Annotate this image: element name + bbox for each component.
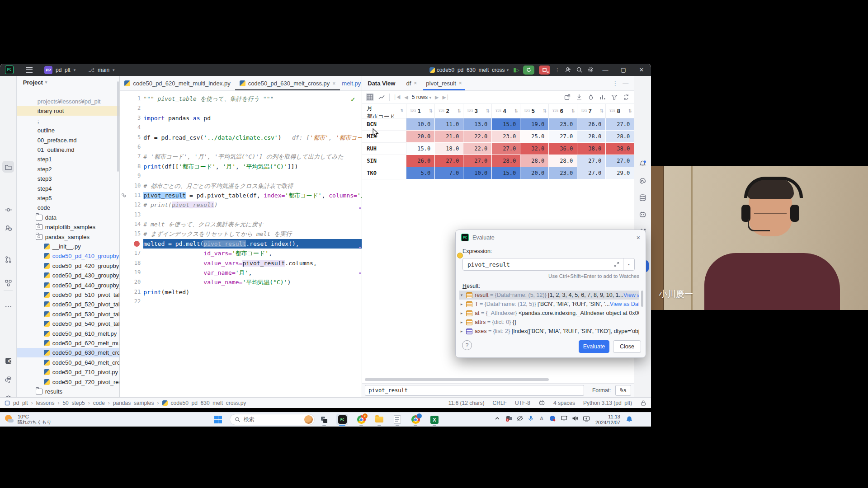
close-button[interactable]: Close: [613, 340, 641, 353]
tray-chevron-up-icon[interactable]: [494, 415, 501, 422]
tree-item-code[interactable]: code: [17, 203, 119, 212]
tray-app-sphere-icon[interactable]: [549, 415, 556, 422]
taskbar-app-task-view[interactable]: [318, 414, 330, 425]
branch-name[interactable]: main: [98, 67, 109, 73]
sort-icon[interactable]: ⇅: [571, 108, 575, 113]
status-item[interactable]: UTF-8: [515, 400, 530, 406]
bar-chart-icon[interactable]: [599, 93, 607, 101]
sort-icon[interactable]: ⇅: [543, 108, 547, 113]
result-tree-row-result[interactable]: ▾result = {DataFrame: (5, 12)} [1, 2, 3,…: [459, 291, 639, 300]
weather-widget[interactable]: 10°C 晴れのちくもり: [5, 414, 52, 425]
breadcrumb-item[interactable]: lessons: [36, 400, 55, 406]
transpose-refresh-icon[interactable]: [622, 93, 630, 101]
column-header-4[interactable]: 1234⇅: [492, 104, 520, 118]
help-button[interactable]: ?: [462, 340, 472, 350]
table-row-BCN[interactable]: BCN10.011.013.015.019.023.026.027.0: [362, 118, 634, 131]
table-row-RUH[interactable]: RUH15.018.022.027.032.036.038.038.0: [362, 143, 634, 155]
notification-bell-icon[interactable]: [626, 416, 633, 423]
column-header-7[interactable]: 1237⇅: [577, 104, 606, 118]
sort-icon[interactable]: ⇅: [458, 108, 461, 113]
tree-item-code50_pd_630_melt_cross.py[interactable]: code50_pd_630_melt_cross.py: [17, 348, 119, 357]
status-item[interactable]: CRLF: [493, 400, 507, 406]
tree-item-step5[interactable]: step5: [17, 193, 119, 203]
table-cell[interactable]: 20.0: [406, 131, 435, 143]
search-box[interactable]: 検索: [230, 414, 315, 425]
taskbar-app-notepad[interactable]: [392, 414, 403, 425]
export-download-icon[interactable]: [575, 93, 583, 101]
tree-item-step3[interactable]: step3: [17, 174, 119, 183]
tree-item-code50_pd_410_groupby.py[interactable]: code50_pd_410_groupby.py: [17, 251, 119, 261]
table-cell[interactable]: 23.0: [549, 118, 577, 131]
table-cell[interactable]: 27.0: [463, 155, 492, 167]
database-icon[interactable]: [638, 193, 647, 202]
breadcrumb-item[interactable]: code: [93, 400, 105, 406]
tree-item-matplotlib_samples[interactable]: matplotlib_samples: [17, 222, 119, 232]
project-name[interactable]: pd_plt: [56, 67, 71, 73]
table-cell[interactable]: 18.0: [435, 143, 463, 155]
tree-item-code50_pd_430_groupby_multi_index[interactable]: code50_pd_430_groupby_multi_index: [17, 271, 119, 280]
ai-chat-icon[interactable]: [638, 210, 647, 219]
tree-item-code50_pd_530_pivot_table_cross.py[interactable]: code50_pd_530_pivot_table_cross.py: [17, 310, 119, 319]
minimize-button[interactable]: —: [599, 66, 612, 73]
project-badge[interactable]: PP: [44, 66, 52, 74]
chevron-down-icon[interactable]: ▾: [459, 293, 464, 297]
tree-item-code50_pd_420_groupby_multi.py[interactable]: code50_pd_420_groupby_multi.py: [17, 261, 119, 271]
learn-icon[interactable]: ?: [4, 223, 13, 232]
close-button[interactable]: ✕: [635, 66, 648, 73]
inspections-ok-icon[interactable]: ✓: [350, 96, 355, 103]
sort-icon[interactable]: ⇅: [486, 108, 490, 113]
lock-icon[interactable]: [640, 400, 646, 406]
table-cell[interactable]: 29.0: [606, 167, 634, 179]
table-cell[interactable]: 28.0: [577, 131, 606, 143]
first-page-icon[interactable]: ⏐◀: [393, 94, 401, 100]
taskbar-app-chrome-b[interactable]: [410, 414, 421, 425]
sort-icon[interactable]: ⇅: [429, 108, 433, 113]
tree-item-code50_pd_520_pivot_table_multi[interactable]: code50_pd_520_pivot_table_multi: [17, 300, 119, 309]
table-cell[interactable]: 27.0: [492, 143, 520, 155]
table-cell[interactable]: 27.0: [606, 155, 634, 167]
excel-viewer-icon[interactable]: X: [4, 356, 13, 365]
table-cell[interactable]: 22.0: [463, 143, 492, 155]
table-cell[interactable]: 20.0: [520, 167, 549, 179]
tree-item-step2[interactable]: step2: [17, 164, 119, 174]
table-cell[interactable]: 32.0: [520, 143, 549, 155]
chart-view-icon[interactable]: [377, 93, 386, 101]
table-cell[interactable]: 27.0: [577, 167, 606, 179]
data-view-tab-df[interactable]: df×: [401, 76, 421, 90]
breadcrumb-item[interactable]: pd_plt: [13, 400, 28, 406]
tree-item-step4[interactable]: step4: [17, 184, 119, 193]
debug-resume-icon[interactable]: ▮▷: [513, 67, 519, 73]
open-in-new-icon[interactable]: [563, 93, 571, 101]
tree-item-code50_pd_610_melt.py[interactable]: code50_pd_610_melt.py: [17, 329, 119, 338]
table-cell[interactable]: 26.0: [406, 155, 435, 167]
color-heatmap-icon[interactable]: [587, 93, 595, 101]
chevron-right-icon[interactable]: ▸: [459, 329, 464, 333]
column-header-8[interactable]: 1238⇅: [606, 104, 634, 118]
table-view-icon[interactable]: [366, 93, 374, 101]
data-view-tab-pivot_result[interactable]: pivot_result×: [421, 76, 467, 90]
ai-assistant-status-icon[interactable]: [538, 399, 545, 406]
status-item[interactable]: 11:6 (12 chars): [448, 400, 485, 406]
taskbar-app-excel[interactable]: X: [429, 414, 440, 425]
rerun-button[interactable]: [523, 66, 534, 75]
table-cell[interactable]: 28.0: [606, 131, 634, 143]
tab-close-icon[interactable]: ×: [459, 80, 462, 86]
taskbar-app-explorer[interactable]: [373, 414, 385, 425]
tree-item-code50_pd_640_melt_cross_multi_lab[interactable]: code50_pd_640_melt_cross_multi_lab: [17, 358, 119, 367]
prev-page-icon[interactable]: ◀: [404, 94, 408, 100]
breadcrumb-item[interactable]: 50_step5: [62, 400, 85, 406]
project-folder-icon[interactable]: [2, 161, 14, 173]
stop-button[interactable]: 4: [539, 66, 550, 75]
result-tree-row-T[interactable]: ▸T = {DataFrame: (12, 5)} ['BCN', 'MIA',…: [459, 300, 639, 309]
settings-gear-icon[interactable]: [587, 66, 594, 73]
column-header-5[interactable]: 1235⇅: [520, 104, 549, 118]
column-header-3[interactable]: 1233⇅: [463, 104, 492, 118]
table-cell[interactable]: 38.0: [606, 143, 634, 155]
tree-item-code50_pd_540_pivot_table_cross_mu[interactable]: code50_pd_540_pivot_table_cross_mu: [17, 319, 119, 328]
panel-more-icon[interactable]: ⋮: [608, 80, 623, 87]
main-menu-icon[interactable]: [26, 67, 33, 73]
tree-item-projectslessonspd_plt[interactable]: projects¥lessons¥pd_plt: [17, 97, 119, 106]
commit-icon[interactable]: [4, 205, 13, 214]
notifications-bell-icon[interactable]: [638, 159, 647, 168]
chevron-right-icon[interactable]: ▸: [459, 311, 464, 315]
